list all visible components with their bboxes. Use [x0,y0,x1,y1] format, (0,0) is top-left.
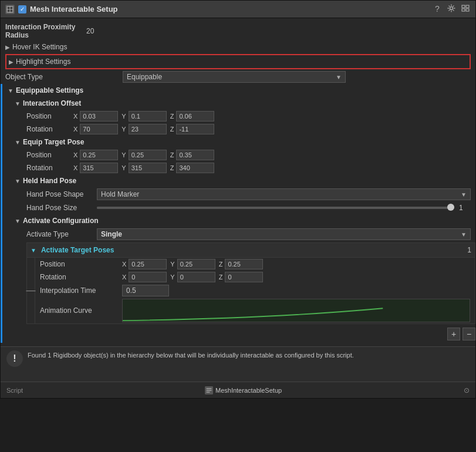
object-type-arrow: ▼ [336,74,342,80]
proximity-row: Interaction Proximity Radius 20 [1,22,475,41]
highlight-settings-header[interactable]: ▶ Highlight Settings [6,55,470,68]
activate-config-header[interactable]: ▼ Activate Configuration [10,214,475,227]
io-rot-z-label: Z [170,126,174,133]
svg-rect-9 [123,299,470,322]
etp-pos-z[interactable] [176,150,214,160]
io-pos-z[interactable] [176,111,214,122]
interaction-offset-header[interactable]: ▼ Interaction Offset [10,97,475,110]
held-hand-pose-header[interactable]: ▼ Held Hand Pose [10,174,475,187]
atp-position-xyz: X Y Z [122,259,470,269]
footer-bar: Script MeshInteractableSetup ⊙ [1,382,475,398]
hand-pose-size-slider[interactable] [97,207,454,209]
atp-rot-x[interactable] [129,272,167,282]
hand-pose-size-row: Hand Pose Size 1 [10,201,475,214]
atp-rotation-xyz: X Y Z [122,272,470,282]
etp-triangle: ▼ [15,139,21,146]
atp-rotation-row: Rotation X Y Z [35,271,475,284]
etp-rot-x[interactable] [80,163,118,173]
atp-dash-col: — [27,258,35,323]
atp-rotation-label: Rotation [40,273,122,281]
proximity-value: 20 [86,27,94,35]
content-area: Interaction Proximity Radius 20 ▶ Hover … [1,18,475,346]
warning-bar: ! Found 1 Rigidbody object(s) in the hie… [1,346,475,382]
io-rot-y-label: Y [121,126,126,133]
object-type-dropdown[interactable]: Equippable ▼ [123,71,346,83]
help-button[interactable]: ? [432,4,443,14]
main-window: ✓ Mesh Interactable Setup ? Interaction … [0,0,476,399]
atp-position-row: Position X Y Z [35,258,475,271]
animation-curve-display[interactable] [122,299,470,322]
hand-pose-size-value: 1 [459,204,471,212]
action-buttons: + − [10,325,475,343]
footer-script-icon [205,386,213,394]
io-position-label: Position [26,112,73,120]
atp-pos-y[interactable] [177,259,215,269]
enabled-checkbox[interactable]: ✓ [18,5,26,14]
equippable-label: Equippable Settings [16,86,83,95]
held-hand-pose-section: ▼ Held Hand Pose Hand Pose Shape Hold Ma… [3,174,475,214]
io-pos-y[interactable] [129,111,167,122]
activate-type-arrow: ▼ [461,231,467,238]
svg-rect-7 [462,9,465,11]
etp-position-xyz: X Y Z [73,150,471,160]
remove-button[interactable]: − [463,328,475,340]
io-rotation-xyz: X Y Z [73,124,471,134]
hover-ik-triangle: ▶ [5,44,10,50]
hover-ik-label: Hover IK Settings [12,43,67,51]
settings-button[interactable] [446,4,457,14]
object-type-row: Object Type Equippable ▼ [1,70,475,84]
svg-rect-5 [462,5,465,8]
highlight-settings-box: ▶ Highlight Settings [5,54,471,69]
svg-rect-8 [466,9,469,11]
etp-rot-y[interactable] [129,163,167,173]
equippable-content: ▼ Equippable Settings ▼ Interaction Offs… [1,84,475,343]
equip-target-pose-header[interactable]: ▼ Equip Target Pose [10,136,475,149]
io-pos-z-label: Z [170,113,174,120]
io-rot-y[interactable] [129,124,167,134]
layout-button[interactable] [460,4,471,14]
footer-script-name[interactable]: MeshInteractableSetup [215,387,282,394]
hand-pose-shape-dropdown[interactable]: Hold Marker ▼ [97,188,471,200]
io-rotation-label: Rotation [26,125,73,133]
atp-triangle[interactable]: ▼ [31,247,36,254]
highlight-label: Highlight Settings [16,58,70,66]
add-button[interactable]: + [447,328,460,340]
warning-icon: ! [6,350,23,367]
io-rot-x-label: X [73,126,77,133]
equippable-header[interactable]: ▼ Equippable Settings [3,84,475,97]
atp-count: 1 [467,246,471,254]
atp-dash-icon: — [26,286,36,295]
atp-rot-z[interactable] [225,272,263,282]
hhp-label: Held Hand Pose [23,177,76,185]
interpolation-time-label: Interpolation Time [40,286,122,295]
interpolation-time-input[interactable] [122,285,169,296]
title-bar: ✓ Mesh Interactable Setup ? [1,1,475,18]
atp-pos-z[interactable] [225,259,263,269]
activate-type-dropdown[interactable]: Single ▼ [97,228,471,240]
proximity-label: Interaction Proximity Radius [5,23,82,39]
io-rot-x[interactable] [80,124,118,134]
etp-rotation-row: Rotation X Y Z [10,161,475,174]
etp-rot-z[interactable] [176,163,214,173]
io-position-row: Position X Y Z [10,110,475,123]
object-type-label: Object Type [5,73,123,81]
io-pos-x[interactable] [80,111,118,122]
hand-pose-size-label: Hand Pose Size [26,204,97,212]
io-rot-z[interactable] [176,124,214,134]
io-pos-y-label: Y [121,113,126,120]
hand-pose-shape-label: Hand Pose Shape [26,190,97,198]
atp-pos-x[interactable] [129,259,167,269]
atp-fields: Position X Y Z [35,258,475,323]
hover-ik-header[interactable]: ▶ Hover IK Settings [1,41,475,53]
etp-pos-x[interactable] [80,150,118,160]
warning-text: Found 1 Rigidbody object(s) in the hiera… [28,350,470,360]
atp-rot-y[interactable] [177,272,215,282]
activate-type-value: Single [101,230,122,238]
blue-bar [1,84,2,343]
etp-rotation-label: Rotation [26,164,73,172]
interaction-offset-section: ▼ Interaction Offset Position X Y Z [3,97,475,136]
activate-type-row: Activate Type Single ▼ [10,227,475,241]
interpolation-time-row: Interpolation Time [35,284,475,298]
footer-arrow[interactable]: ⊙ [464,386,470,394]
etp-pos-y[interactable] [129,150,167,160]
